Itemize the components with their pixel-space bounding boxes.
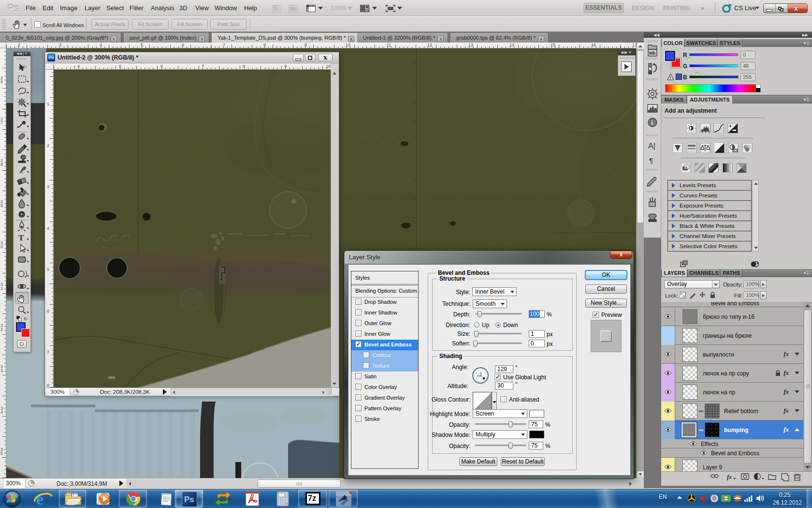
svg-text:+: + [729,123,732,129]
svg-text:fx: fx [727,474,732,480]
svg-text:T: T [18,233,24,242]
svg-text:e: e [36,490,44,508]
svg-text:¶: ¶ [649,156,653,164]
svg-text:!: ! [670,75,671,80]
svg-text:A|: A| [648,142,655,150]
svg-text:Mb: Mb [649,51,655,56]
svg-text:0: 0 [284,493,286,497]
